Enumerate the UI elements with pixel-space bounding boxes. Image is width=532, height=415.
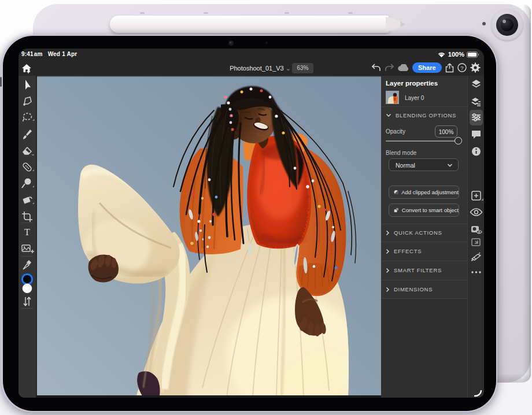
svg-text:?: ? [460,65,463,71]
